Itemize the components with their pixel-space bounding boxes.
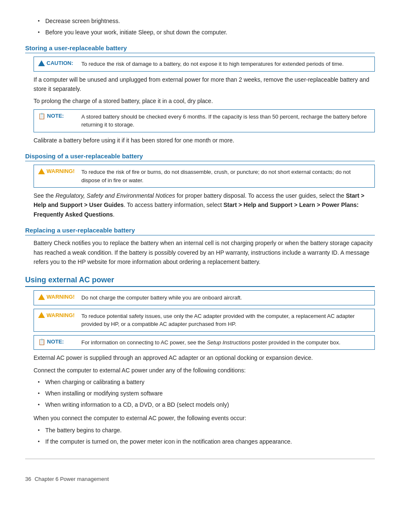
- caution-icon-area: CAUTION:: [38, 60, 78, 66]
- note-document-icon-2: 📋: [38, 338, 45, 345]
- bullet-item-event-1: The battery begins to charge.: [38, 426, 375, 435]
- note-document-icon: 📋: [38, 113, 45, 119]
- warning-triangle-icon-1: [38, 168, 45, 174]
- section1-para3: Calibrate a battery before using it if i…: [34, 136, 375, 145]
- caution-text: To reduce the risk of damage to a batter…: [81, 60, 344, 68]
- warning-text-2: Do not charge the computer battery while…: [81, 294, 242, 302]
- bullet-item-condition-2: When installing or modifying system soft…: [38, 389, 375, 398]
- note-icon-area: 📋 NOTE:: [38, 113, 78, 119]
- footer-page-number: 36: [25, 476, 31, 482]
- warning-icon-area-3: WARNING!: [38, 312, 78, 318]
- warning-box-2: WARNING! Do not charge the computer batt…: [34, 290, 375, 305]
- section3-heading: Replacing a user-replaceable battery: [25, 227, 375, 235]
- section4-heading: Using external AC power: [25, 276, 375, 287]
- warning-label-1: WARNING!: [47, 168, 75, 174]
- warning-icon-area-2: WARNING!: [38, 294, 78, 300]
- note-label-2: NOTE:: [47, 338, 64, 345]
- caution-box-1: CAUTION: To reduce the risk of damage to…: [34, 57, 375, 72]
- note-icon-area-2: 📋 NOTE:: [38, 338, 78, 345]
- footer-chapter: Chapter 6 Power management: [34, 476, 109, 482]
- caution-label: CAUTION:: [47, 60, 73, 66]
- bullet-item: Decrease screen brightness.: [38, 17, 375, 26]
- bullet-item: Before you leave your work, initiate Sle…: [38, 28, 375, 37]
- warning-label-3: WARNING!: [47, 312, 75, 318]
- section1-heading: Storing a user-replaceable battery: [25, 44, 375, 53]
- warning-triangle-icon-2: [38, 294, 45, 300]
- warning-icon-area-1: WARNING!: [38, 168, 78, 174]
- setup-instructions-title: Setup Instructions: [207, 339, 250, 346]
- regulatory-notice-title: Regulatory, Safety and Environmental Not…: [55, 192, 175, 199]
- conditions-bullet-list: When charging or calibrating a battery W…: [38, 378, 375, 409]
- section1-para2: To prolong the charge of a stored batter…: [34, 96, 375, 106]
- warning-label-2: WARNING!: [47, 294, 75, 300]
- warning-box-1: WARNING! To reduce the risk of fire or b…: [34, 165, 375, 188]
- section3-para1: Battery Check notifies you to replace th…: [34, 238, 375, 266]
- caution-triangle-icon: [38, 60, 45, 66]
- note-box-2: 📋 NOTE: For information on connecting to…: [34, 335, 375, 350]
- footer-divider: [25, 459, 375, 459]
- warning-triangle-icon-3: [38, 312, 45, 318]
- note-box-1: 📋 NOTE: A stored battery should be check…: [34, 109, 375, 132]
- section1-para1: If a computer will be unused and unplugg…: [34, 75, 375, 94]
- warning-text-1: To reduce the risk of fire or burns, do …: [81, 168, 370, 184]
- warning-text-3: To reduce potential safety issues, use o…: [81, 312, 370, 328]
- note-text: A stored battery should be checked every…: [81, 113, 370, 129]
- warning-box-3: WARNING! To reduce potential safety issu…: [34, 309, 375, 332]
- events-bullet-list: The battery begins to charge. If the com…: [38, 426, 375, 446]
- note-text-2: For information on connecting to AC powe…: [81, 338, 340, 347]
- footer: 36 Chapter 6 Power management: [25, 476, 375, 482]
- section4-para3: When you connect the computer to externa…: [34, 413, 375, 423]
- top-bullet-list: Decrease screen brightness. Before you l…: [38, 17, 375, 37]
- bullet-item-event-2: If the computer is turned on, the power …: [38, 437, 375, 446]
- section4-para2: Connect the computer to external AC powe…: [34, 366, 375, 375]
- section2-heading: Disposing of a user-replaceable battery: [25, 152, 375, 161]
- section2-para1: See the Regulatory, Safety and Environme…: [34, 191, 375, 219]
- bullet-item-condition-3: When writing information to a CD, a DVD,…: [38, 400, 375, 409]
- section4-para1: External AC power is supplied through an…: [34, 353, 375, 362]
- note-label: NOTE:: [47, 113, 64, 119]
- bullet-item-condition-1: When charging or calibrating a battery: [38, 378, 375, 387]
